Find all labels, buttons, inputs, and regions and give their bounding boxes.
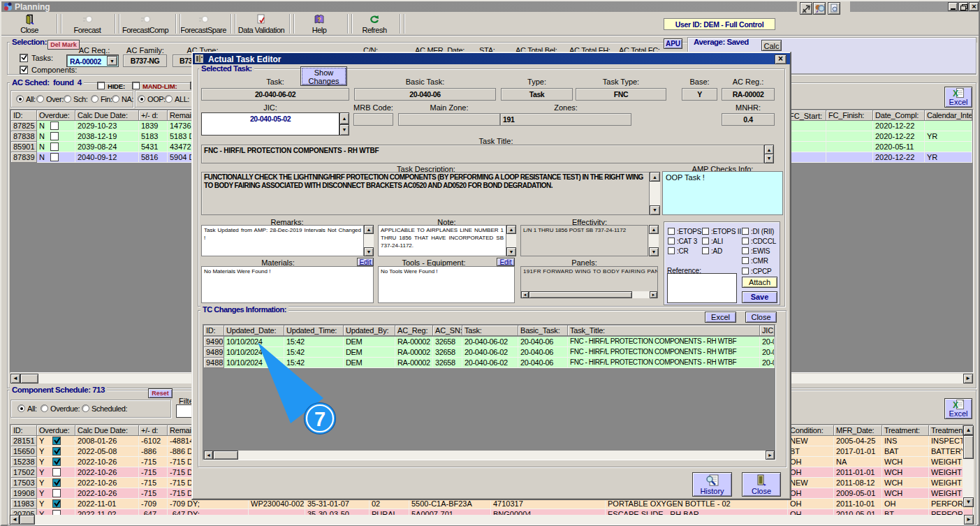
svg-text:X: X [953,400,958,409]
svg-text:X: X [953,89,958,98]
svg-text:?: ? [317,16,321,23]
svg-text:7: 7 [314,408,326,430]
